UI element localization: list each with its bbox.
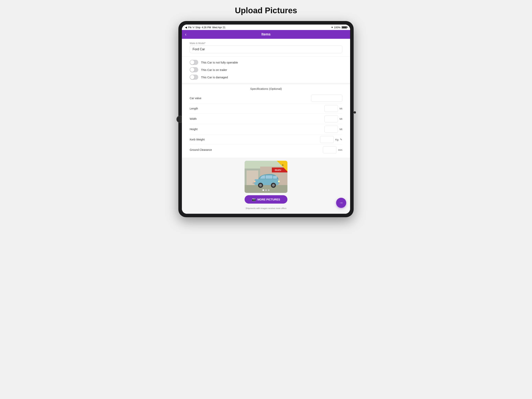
toggle-operable-label: This Car is not fully operable [201, 61, 238, 64]
spec-input-kerb-weight[interactable] [320, 136, 334, 143]
spec-row-width: Width Mt [190, 114, 342, 124]
spec-unit-length: Mt [340, 107, 342, 110]
toggle-damaged[interactable] [190, 75, 198, 80]
spec-unit-width: Mt [340, 117, 342, 120]
spec-label-length: Length [190, 107, 213, 110]
toggles-section: This Car is not fully operable This Car … [182, 57, 350, 83]
status-time: 4:26 PM [202, 26, 211, 29]
toggle-trailer-knob [190, 68, 194, 72]
status-date: Wed Apr 21 [212, 26, 226, 29]
specs-section: Specifications (Optional) Car value Leng… [182, 84, 350, 158]
spec-label-height: Height [190, 128, 213, 131]
spec-row-height: Height Mt [190, 124, 342, 135]
spec-label-ground-clearance: Ground Clearance [190, 148, 213, 151]
back-arrow-status: ◀ [185, 26, 187, 29]
spec-input-ground-clearance[interactable] [323, 146, 336, 153]
spec-input-group-width: Mt [324, 115, 342, 122]
car-image-container[interactable]: ISUZU M [245, 161, 287, 193]
status-bar: ◀ Pik 'n' Ship 4:26 PM Wed Apr 21 ▾ 100% [182, 25, 350, 30]
svg-rect-8 [245, 185, 287, 193]
side-camera [354, 111, 356, 114]
content-area: Make & Model* This Car is not fully oper… [182, 39, 350, 214]
toggle-row-trailer: This Car is on trailer [190, 66, 342, 73]
svg-rect-18 [254, 180, 255, 182]
spec-unit-height: Mt [340, 128, 342, 131]
dot-2 [265, 189, 267, 191]
tablet-frame: ◀ Pik 'n' Ship 4:26 PM Wed Apr 21 ▾ 100%… [178, 21, 354, 217]
spec-input-group-ground-clearance: mm [323, 146, 342, 153]
spec-row-kerb-weight: Kerb Weight Kg ✎ [190, 135, 342, 145]
svg-rect-17 [278, 180, 280, 182]
toggle-operable[interactable] [190, 60, 198, 65]
status-left: ◀ Pik 'n' Ship 4:26 PM Wed Apr 21 [185, 26, 226, 29]
spec-label-kerb-weight: Kerb Weight [190, 138, 213, 141]
spec-input-width[interactable] [324, 115, 338, 122]
spec-input-group-height: Mt [324, 126, 342, 133]
spec-input-group-length: Mt [324, 105, 342, 112]
toggle-row-operable: This Car is not fully operable [190, 59, 342, 66]
spec-row-length: Length Mt [190, 103, 342, 114]
image-dots [262, 189, 270, 191]
nav-title: Items [261, 32, 271, 36]
fab-next-button[interactable]: → [336, 198, 346, 208]
page-title: Upload Pictures [235, 6, 297, 15]
spec-input-group-kerb-weight: Kg ✎ [320, 136, 342, 143]
toggle-trailer-label: This Car is on trailer [201, 68, 227, 71]
dot-3 [268, 189, 270, 191]
svg-point-16 [272, 184, 275, 187]
nav-bar: ‹ Items [182, 30, 350, 39]
toggle-damaged-label: This Car is damaged [201, 76, 228, 79]
spec-label-car-value: Car value [190, 97, 213, 100]
more-pictures-button[interactable]: 📷 MORE PICTURES [245, 195, 287, 204]
spec-unit-ground-clearance: mm [338, 148, 342, 151]
dot-1 [262, 189, 264, 191]
toggle-operable-knob [190, 60, 194, 64]
more-pictures-label: MORE PICTURES [257, 198, 280, 201]
spec-row-ground-clearance: Ground Clearance mm [190, 145, 342, 155]
back-button[interactable]: ‹ [185, 32, 186, 37]
spec-input-car-value[interactable] [311, 95, 342, 102]
camera-icon: 📷 [252, 198, 256, 201]
edit-icon-kerb-weight[interactable]: ✎ [340, 138, 342, 141]
status-right: ▾ 100% [331, 26, 347, 29]
svg-rect-11 [266, 175, 272, 179]
battery-indicator [342, 26, 347, 29]
toggle-trailer[interactable] [190, 67, 198, 72]
svg-text:ISUZU: ISUZU [275, 169, 281, 171]
toggle-row-damaged: This Car is damaged [190, 73, 342, 81]
battery-fill [342, 26, 347, 28]
svg-rect-12 [273, 176, 277, 179]
bottom-hint: Shipments with images receive more offer… [244, 206, 288, 211]
carrier-name: Pik 'n' Ship [188, 26, 201, 29]
spec-unit-kerb-weight: Kg [335, 138, 338, 141]
toggle-damaged-knob [190, 75, 194, 79]
make-model-section: Make & Model* [182, 39, 350, 56]
spec-row-car-value: Car value [190, 93, 342, 103]
svg-point-14 [259, 184, 262, 187]
specs-title: Specifications (Optional) [190, 87, 342, 90]
spec-input-group-car-value [311, 95, 342, 102]
spec-label-width: Width [190, 117, 213, 120]
wifi-icon: ▾ [331, 26, 333, 29]
make-model-input[interactable] [190, 45, 342, 53]
spec-input-height[interactable] [324, 126, 338, 133]
make-model-label: Make & Model* [190, 42, 342, 45]
spec-input-length[interactable] [324, 105, 338, 112]
image-section: ISUZU M [182, 158, 350, 214]
battery-percent: 100% [334, 26, 340, 29]
tablet-screen: ◀ Pik 'n' Ship 4:26 PM Wed Apr 21 ▾ 100%… [182, 25, 350, 214]
image-area: ISUZU M [245, 161, 287, 193]
car-image-svg: ISUZU M [245, 161, 287, 193]
